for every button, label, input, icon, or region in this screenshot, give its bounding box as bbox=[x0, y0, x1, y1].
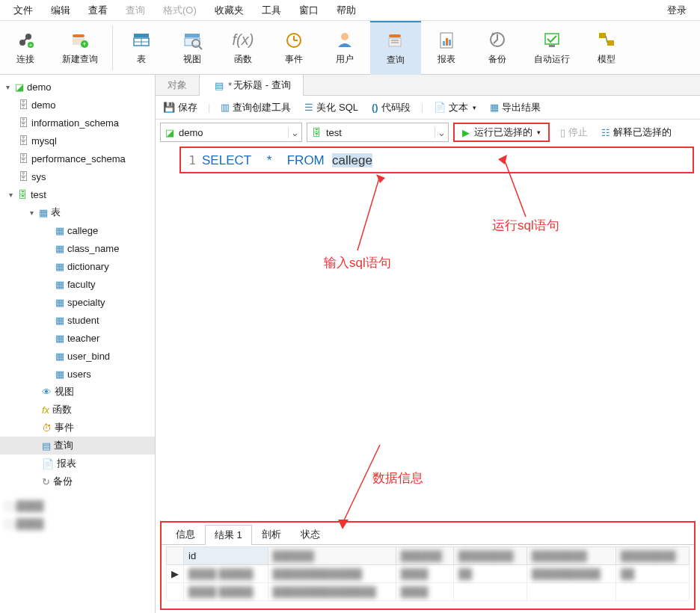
column-header[interactable]: ████████ bbox=[615, 547, 689, 565]
function-button[interactable]: f(x) 函数 bbox=[218, 21, 268, 75]
result-tab-status[interactable]: 状态 bbox=[291, 524, 330, 544]
tree-db[interactable]: 🗄mysql bbox=[0, 132, 155, 150]
tree-db[interactable]: 🗄information_schema bbox=[0, 114, 155, 132]
row-pointer-icon: ▶ bbox=[167, 565, 184, 583]
export-results-button[interactable]: ▦导出结果 bbox=[487, 99, 544, 116]
sql-code[interactable]: SELECT * FROM callege bbox=[202, 153, 372, 168]
menu-tools[interactable]: 工具 bbox=[253, 1, 290, 20]
model-button[interactable]: 模型 bbox=[581, 21, 632, 75]
tree-functions-node[interactable]: fx函数 bbox=[0, 401, 155, 419]
tree-table-item[interactable]: ▦class_name bbox=[0, 239, 155, 257]
text-mode-button[interactable]: 📄文本▾ bbox=[431, 99, 479, 116]
menu-help[interactable]: 帮助 bbox=[328, 1, 365, 20]
tree-table-item[interactable]: ▦users bbox=[0, 365, 155, 383]
result-tab-info[interactable]: 信息 bbox=[166, 524, 205, 544]
backup-icon: ↻ bbox=[42, 476, 50, 487]
new-query-button[interactable]: + 新建查询 bbox=[51, 21, 109, 75]
run-selected-button[interactable]: ▶ 运行已选择的 ▾ bbox=[453, 123, 550, 142]
view-button[interactable]: 视图 bbox=[167, 21, 218, 75]
code-snippet-button[interactable]: ()代码段 bbox=[369, 99, 414, 116]
svg-rect-33 bbox=[599, 33, 606, 38]
result-tab-profile[interactable]: 剖析 bbox=[252, 524, 291, 544]
tree-table-item[interactable]: ▦specialty bbox=[0, 293, 155, 311]
menu-edit[interactable]: 编辑 bbox=[42, 1, 79, 20]
connection-icon: ◪ bbox=[15, 81, 24, 93]
user-icon bbox=[334, 29, 355, 50]
sql-editor[interactable]: 1 SELECT * FROM callege bbox=[156, 145, 700, 173]
column-header[interactable]: ██████ bbox=[268, 547, 396, 565]
backup-button[interactable]: 备份 bbox=[472, 21, 523, 75]
menu-favorites[interactable]: 收藏夹 bbox=[206, 1, 253, 20]
tree-table-item[interactable]: ▦user_bind bbox=[0, 347, 155, 365]
menu-query[interactable]: 查询 bbox=[117, 1, 154, 20]
column-header[interactable]: id bbox=[184, 547, 268, 565]
svg-rect-9 bbox=[134, 34, 149, 37]
database-combo[interactable]: ◪ demo ⌄ bbox=[160, 123, 302, 142]
tree-connection[interactable]: ▾◪demo bbox=[0, 78, 155, 96]
tree-db-active[interactable]: ▾🗄test bbox=[0, 185, 155, 203]
svg-rect-31 bbox=[545, 34, 559, 44]
svg-rect-26 bbox=[443, 41, 445, 46]
user-button[interactable]: 用户 bbox=[319, 21, 370, 75]
database-icon: 🗄 bbox=[18, 117, 28, 129]
tree-db[interactable]: 🗄performance_schema bbox=[0, 150, 155, 167]
builder-icon: ▥ bbox=[221, 102, 230, 113]
stop-button[interactable]: ▯停止 bbox=[554, 126, 594, 139]
tree-queries-node[interactable]: ▤查询 bbox=[0, 437, 155, 455]
report-button[interactable]: 报表 bbox=[421, 21, 472, 75]
tree-table-item[interactable]: ▦teacher bbox=[0, 329, 155, 347]
result-tab-result1[interactable]: 结果 1 bbox=[205, 525, 252, 545]
tree-table-item[interactable]: ▦callege bbox=[0, 221, 155, 239]
tree-events-node[interactable]: ⏱事件 bbox=[0, 419, 155, 437]
line-number: 1 bbox=[181, 153, 202, 167]
menu-file[interactable]: 文件 bbox=[4, 1, 42, 20]
report-icon bbox=[436, 29, 457, 50]
svg-line-2 bbox=[24, 38, 27, 41]
column-header[interactable]: ██████ bbox=[396, 547, 453, 565]
query-button[interactable]: 查询 bbox=[370, 21, 421, 75]
save-button[interactable]: 💾保存 bbox=[160, 99, 200, 116]
tree-backups-node[interactable]: ↻备份 bbox=[0, 472, 155, 490]
chevron-down-icon: ▾ bbox=[473, 104, 476, 111]
column-header[interactable]: ████████ bbox=[453, 547, 526, 565]
table-button[interactable]: 表 bbox=[116, 21, 167, 75]
tree-table-item[interactable]: ▦dictionary bbox=[0, 257, 155, 275]
main-area: 对象 ▤ * 无标题 - 查询 💾保存 | ▥查询创建工具 ☰美化 SQL ()… bbox=[156, 75, 700, 613]
schema-combo[interactable]: 🗄 test ⌄ bbox=[307, 123, 449, 142]
tree-table-item[interactable]: ▦student bbox=[0, 311, 155, 329]
svg-rect-34 bbox=[607, 40, 614, 46]
connect-button[interactable]: + 连接 bbox=[0, 21, 51, 75]
new-query-icon: + bbox=[70, 29, 90, 50]
tab-untitled-query[interactable]: ▤ * 无标题 - 查询 bbox=[200, 75, 304, 96]
table-icon: ▦ bbox=[55, 351, 64, 362]
tree-db[interactable]: 🗄demo bbox=[0, 96, 155, 114]
tab-objects[interactable]: 对象 bbox=[156, 75, 200, 96]
query-builder-button[interactable]: ▥查询创建工具 bbox=[218, 99, 294, 116]
event-button[interactable]: 事件 bbox=[268, 21, 319, 75]
tree-db[interactable]: 🗄sys bbox=[0, 167, 155, 185]
column-header[interactable]: ████████ bbox=[526, 547, 615, 565]
table-row[interactable]: ▶ ████ █████████████████████████████████… bbox=[167, 565, 690, 583]
tree-tables-node[interactable]: ▾▦表 bbox=[0, 203, 155, 221]
annotation-run-sql: 运行sql语句 bbox=[492, 217, 559, 234]
tree-reports-node[interactable]: 📄报表 bbox=[0, 455, 155, 472]
autorun-button[interactable]: 自动运行 bbox=[523, 21, 581, 75]
tree-views-node[interactable]: 👁视图 bbox=[0, 383, 155, 401]
beautify-sql-button[interactable]: ☰美化 SQL bbox=[301, 99, 361, 116]
explain-selected-button[interactable]: ☷解释已选择的 bbox=[598, 126, 675, 139]
menu-view[interactable]: 查看 bbox=[79, 1, 117, 20]
table-icon: ▦ bbox=[55, 279, 64, 290]
menu-format[interactable]: 格式(O) bbox=[154, 1, 206, 20]
result-grid[interactable]: id ██████ ██████ ████████ ████████ █████… bbox=[162, 545, 694, 603]
table-row[interactable]: ████ ████████████████████████ bbox=[167, 583, 690, 601]
svg-text:+: + bbox=[82, 40, 86, 48]
menu-login[interactable]: 登录 bbox=[658, 1, 696, 20]
results-pane: 信息 结果 1 剖析 状态 id ██████ ██████ ████████ … bbox=[156, 521, 700, 613]
row-pointer-header bbox=[167, 547, 184, 565]
menu-window[interactable]: 窗口 bbox=[290, 1, 328, 20]
table-icon: ▦ bbox=[55, 261, 64, 272]
svg-marker-37 bbox=[376, 174, 385, 183]
view-icon: 👁 bbox=[42, 386, 52, 398]
svg-line-35 bbox=[606, 36, 607, 43]
tree-table-item[interactable]: ▦faculty bbox=[0, 275, 155, 293]
